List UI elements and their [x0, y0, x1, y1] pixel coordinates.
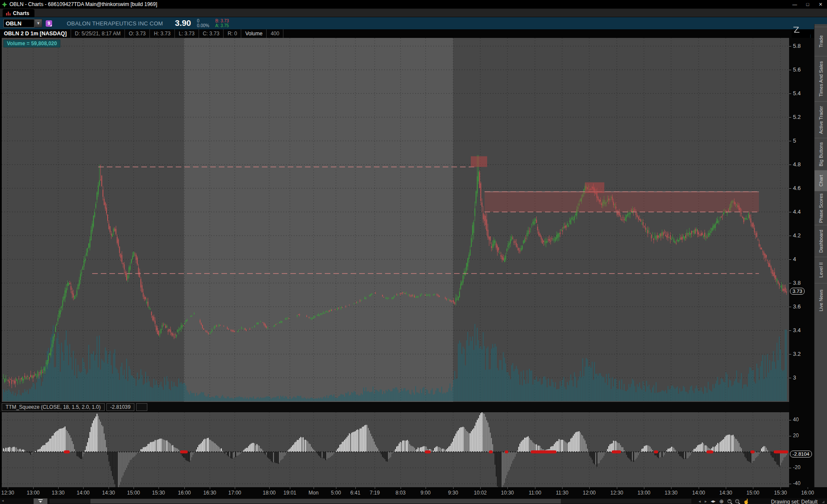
sidebar-tab-level-ii[interactable]: Level II — [815, 257, 827, 283]
time-tick — [235, 487, 235, 489]
sidebar-tab-phase-scores[interactable]: Phase Scores — [815, 191, 827, 225]
axis-tick — [789, 259, 791, 260]
sidebar-tab-trade[interactable]: Trade — [815, 27, 827, 56]
axis-tick — [789, 330, 791, 331]
sidebar-tab-live-news[interactable]: Live News — [815, 283, 827, 317]
pan-left-icon[interactable]: ◂ — [699, 499, 701, 504]
ttm-axis-label: 20 — [793, 432, 799, 439]
drawing-set-status[interactable]: Drawing set: Default — [771, 499, 818, 504]
minimize-button[interactable]: — — [788, 0, 801, 9]
symbol-input[interactable] — [3, 19, 34, 28]
pan-right-icon[interactable]: ▸ — [705, 499, 707, 504]
time-axis-label: 18:00 — [263, 490, 276, 496]
time-tick — [401, 487, 401, 489]
ttm-axis-label: -40 — [793, 480, 800, 486]
axis-tick — [789, 378, 791, 378]
ttm-squeeze-extra-cell — [136, 403, 147, 411]
symbol-dropdown-button[interactable]: ▼ — [34, 19, 42, 28]
price-chart-canvas[interactable] — [0, 38, 789, 402]
zoom-out-icon[interactable]: – — [735, 499, 739, 503]
sidebar-tab-label: Phase Scores — [818, 193, 824, 223]
zoom-in-icon[interactable]: + — [728, 499, 731, 503]
price-axis[interactable]: 5.85.65.45.254.84.64.44.243.83.63.43.234… — [789, 38, 814, 498]
time-axis-label: 9:30 — [448, 490, 458, 496]
sidebar-tab-active-trader[interactable]: Active Trader — [815, 101, 827, 138]
ttm-squeeze-canvas[interactable] — [0, 412, 789, 487]
window-title: OBLN - Charts - 686109427TDA Main@thinko… — [9, 1, 157, 7]
axis-tick — [789, 70, 791, 70]
resize-grip[interactable] — [822, 501, 824, 503]
time-axis-label: 7:19 — [370, 490, 379, 496]
time-axis-label: 16:30 — [203, 490, 216, 496]
company-name: OBALON THERAPEUTICS INC COM — [67, 20, 163, 27]
window-title-bar: OBLN - Charts - 686109427TDA Main@thinko… — [0, 0, 827, 9]
change-percent: 0.00% — [197, 23, 209, 28]
time-axis-label: 5:00 — [331, 490, 341, 496]
time-tick — [426, 487, 426, 489]
chart-title: OBLN 2 D 1m [NASDAQ] — [0, 29, 71, 38]
time-tick — [589, 487, 590, 489]
time-axis-label: 12:00 — [583, 490, 596, 496]
time-axis-label: 13:00 — [27, 490, 40, 496]
scroll-left-edge-icon[interactable]: ◂ — [2, 498, 4, 503]
time-axis[interactable]: 12:3013:0013:3014:0014:3015:0015:3016:00… — [0, 487, 827, 498]
axis-tick — [789, 420, 791, 420]
maximize-button[interactable]: □ — [801, 0, 814, 9]
axis-tick — [789, 468, 791, 468]
sidebar-tab-dashboard[interactable]: Dashboard — [815, 225, 827, 257]
time-tick — [290, 487, 290, 489]
header-high: H: 3.73 — [150, 29, 175, 38]
header-r: R: 0 — [224, 29, 241, 38]
time-axis-label: Mon — [308, 490, 318, 496]
axis-tick — [789, 141, 791, 141]
sidebar-tab-chart[interactable]: Chart — [815, 170, 827, 191]
time-tick — [808, 487, 808, 489]
axis-tick — [789, 212, 791, 212]
axis-tick — [789, 46, 791, 47]
time-tick — [314, 487, 314, 489]
time-tick — [699, 487, 699, 489]
price-axis-label: 4.4 — [793, 208, 801, 215]
time-axis-label: 6:41 — [350, 490, 360, 496]
sidebar-tab-big-buttons[interactable]: Big Buttons — [815, 138, 827, 170]
header-low: L: 3.73 — [175, 29, 199, 38]
price-axis-label: 4.2 — [793, 232, 801, 239]
symbol-link-badge[interactable]: 9 — [46, 20, 52, 27]
price-axis-label: 4.8 — [793, 161, 801, 168]
header-volume-value: 400 — [267, 29, 283, 38]
header-date: D: 5/25/21, 8:17 AM — [71, 29, 125, 38]
price-axis-label: 5.6 — [793, 66, 801, 73]
close-button[interactable]: ✕ — [814, 0, 827, 9]
chart-scrollbar-thumb[interactable] — [90, 499, 561, 504]
scroll-snap-button[interactable] — [34, 498, 47, 504]
sidebar-tab-label: Dashboard — [818, 230, 824, 253]
ttm-squeeze-label[interactable]: TTM_Squeeze (CLOSE, 18, 1.5, 2.0, 1.0) — [2, 403, 105, 411]
sidebar-tab-label: Chart — [818, 175, 824, 187]
time-tick — [184, 487, 185, 489]
time-tick — [617, 487, 617, 489]
axis-tick — [789, 354, 791, 355]
time-axis-label: 14:30 — [102, 490, 115, 496]
axis-tick — [789, 93, 791, 94]
hand-tool-icon[interactable]: ☝ — [743, 498, 749, 504]
time-tick — [726, 487, 726, 489]
axis-scale-icon[interactable] — [793, 26, 800, 34]
sidebar-tab-times-and-sales[interactable]: Times And Sales — [815, 56, 827, 101]
time-axis-label: 9:00 — [420, 490, 430, 496]
time-axis-label: 12:30 — [610, 490, 623, 496]
symbol-toolbar: ▼ 9 OBALON THERAPEUTICS INC COM 3.90 0 0… — [0, 17, 827, 29]
time-axis-label: 15:00 — [127, 490, 140, 496]
time-tick — [780, 487, 781, 489]
time-axis-label: 14:00 — [77, 490, 90, 496]
axis-tick — [789, 165, 791, 165]
expand-horizontal-icon[interactable]: ◂▸ — [711, 498, 715, 504]
time-axis-label: 13:00 — [637, 490, 650, 496]
sidebar-tab-label: Active Trader — [818, 106, 824, 134]
time-axis-label: 11:00 — [529, 490, 541, 496]
price-axis-label: 3.8 — [793, 280, 801, 286]
time-tick — [58, 487, 59, 489]
tab-charts[interactable]: Charts — [3, 9, 34, 17]
crosshair-icon[interactable]: ⊕ — [719, 498, 724, 504]
bid-ask-block: B: 3.73 A: 3.75 — [215, 19, 229, 28]
price-axis-label: 3.4 — [793, 327, 801, 333]
